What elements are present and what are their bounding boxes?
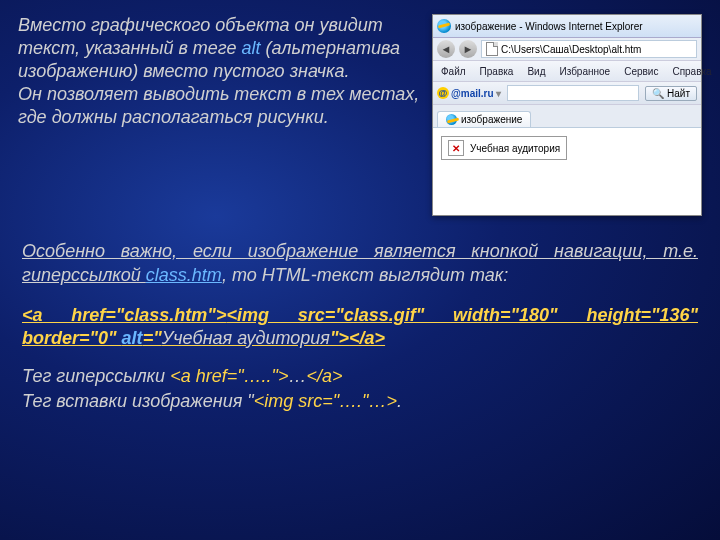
search-input[interactable] <box>507 85 640 101</box>
t1-close: </a> <box>306 366 342 386</box>
mail-toolbar: @ @mail.ru ▾ 🔍 Найт <box>433 82 701 105</box>
menu-edit[interactable]: Правка <box>474 64 520 79</box>
address-text: C:\Users\Саша\Desktop\alt.htm <box>501 44 641 55</box>
code-a-open: <a href="class.htm"> <box>22 305 226 325</box>
tab-ie-icon <box>446 114 457 125</box>
mailru-logo: @ @mail.ru ▾ <box>437 87 501 99</box>
tab-label: изображение <box>461 114 522 125</box>
menu-help[interactable]: Справка <box>666 64 717 79</box>
intro-paragraph: Вместо графического объекта он увидит те… <box>18 14 420 216</box>
browser-mockup: изображение - Windows Internet Explorer … <box>432 14 702 216</box>
t2-pre: Тег вставки изображения " <box>22 391 254 411</box>
code-endq: "> <box>330 328 349 348</box>
t2-post: . <box>397 391 402 411</box>
code-example: <a href="class.htm"><img src="class.gif"… <box>0 288 720 351</box>
menubar: Файл Правка Вид Избранное Сервис Справка <box>433 61 701 82</box>
t1-mid: … <box>288 366 306 386</box>
page-content: ✕ Учебная аудитория <box>433 128 701 215</box>
p2-after: , то HTML-текст выглядит так: <box>222 265 508 285</box>
back-button[interactable]: ◄ <box>437 40 455 58</box>
code-eq: =" <box>143 328 162 348</box>
mailru-label: @mail.ru <box>451 88 494 99</box>
page-icon <box>486 42 498 56</box>
class-htm: class.htm <box>146 265 222 285</box>
t1-open: <a href="….."> <box>170 366 288 386</box>
tabbar: изображение <box>433 105 701 128</box>
t1-pre: Тег гиперссылки <box>22 366 170 386</box>
menu-view[interactable]: Вид <box>521 64 551 79</box>
tab-image[interactable]: изображение <box>437 111 531 127</box>
t2-tag: <img src="…."…> <box>254 391 397 411</box>
broken-image-icon: ✕ <box>448 140 464 156</box>
search-button[interactable]: 🔍 Найт <box>645 86 697 101</box>
menu-fav[interactable]: Избранное <box>553 64 616 79</box>
window-title: изображение - Windows Internet Explorer <box>455 21 643 32</box>
code-alt-kw: alt <box>122 328 143 348</box>
alt-keyword-1: alt <box>242 38 261 58</box>
code-a-close: </a> <box>349 328 385 348</box>
ie-icon <box>437 19 451 33</box>
titlebar: изображение - Windows Internet Explorer <box>433 15 701 38</box>
p1-line2: Он позволяет выводить текст в тех местах… <box>18 84 419 127</box>
navbar: ◄ ► C:\Users\Саша\Desktop\alt.htm <box>433 38 701 61</box>
broken-image-box: ✕ Учебная аудитория <box>441 136 567 160</box>
menu-file[interactable]: Файл <box>435 64 472 79</box>
tag-explanations: Тег гиперссылки <a href="…..">…</a> Тег … <box>0 350 720 413</box>
code-alt-text: Учебная аудитория <box>162 328 330 348</box>
address-bar[interactable]: C:\Users\Саша\Desktop\alt.htm <box>481 40 697 58</box>
menu-service[interactable]: Сервис <box>618 64 664 79</box>
alt-text: Учебная аудитория <box>470 143 560 154</box>
mailru-at-icon: @ <box>437 87 449 99</box>
forward-button[interactable]: ► <box>459 40 477 58</box>
second-paragraph: Особенно важно, если изображение являетс… <box>0 216 720 288</box>
